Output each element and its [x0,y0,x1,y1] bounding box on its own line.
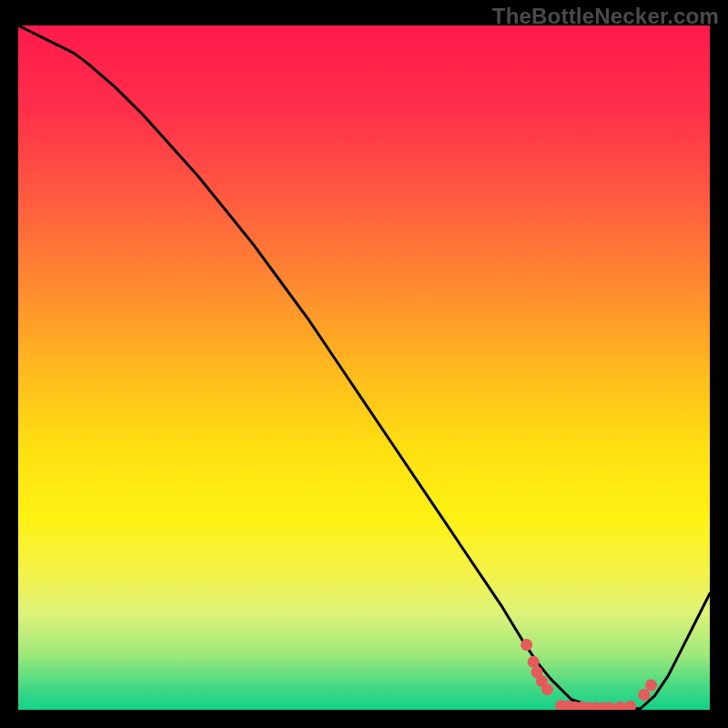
plot-frame [18,25,710,710]
chart-curve [18,25,710,710]
chart-root: TheBottleNecker.com [0,0,728,728]
